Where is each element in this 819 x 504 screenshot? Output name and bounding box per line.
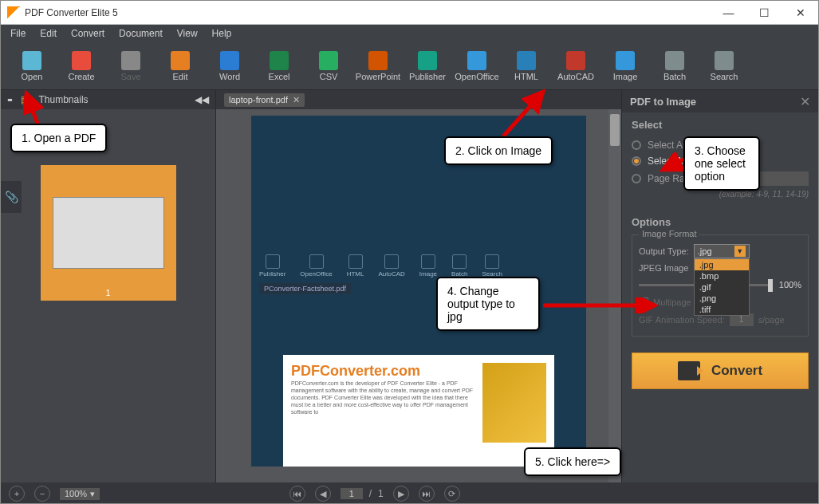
embedded-toolbar: PublisherOpenOfficeHTMLAutoCADImageBatch… (251, 251, 586, 280)
output-type-value: .jpg (698, 246, 712, 256)
toolbar-label: PowerPoint (356, 72, 400, 81)
grid-icon[interactable]: ▪▪ (7, 94, 11, 105)
options-title: Options (632, 216, 809, 228)
toolbar-label: OpenOffice (455, 72, 498, 81)
dropdown-option-bmp[interactable]: .bmp (695, 270, 749, 282)
thumbnail-page-1[interactable]: 1 (41, 165, 176, 301)
zoom-value: 100% (65, 489, 87, 498)
toolbar-save[interactable]: Save (106, 45, 156, 87)
dropdown-option-tiff[interactable]: .tiff (695, 304, 749, 315)
select-title: Select (632, 119, 809, 131)
radio-icon (632, 174, 641, 183)
toolbar-csv[interactable]: CSV (304, 45, 353, 87)
maximize-button[interactable]: ☐ (746, 1, 782, 25)
first-page-button[interactable]: ⏮ (289, 486, 305, 502)
openoffice-icon (467, 51, 486, 70)
menu-view[interactable]: View (171, 26, 204, 41)
toolbar-publisher[interactable]: Publisher (403, 45, 452, 87)
toolbar-image[interactable]: Image (600, 45, 650, 87)
publisher-icon (418, 51, 437, 70)
output-type-select[interactable]: .jpg ▼ .jpg.bmp.gif.png.tiff (694, 244, 750, 258)
vertical-scrollbar[interactable] (608, 109, 621, 482)
dropdown-option-png[interactable]: .png (695, 293, 749, 304)
thumbnail-number: 1 (106, 289, 111, 297)
toolbar-powerpoint[interactable]: PowerPoint (353, 45, 403, 87)
document-tabs: laptop-front.pdf ✕ (216, 90, 621, 109)
dropdown-option-gif[interactable]: .gif (695, 282, 749, 293)
create-icon (72, 51, 91, 70)
thumbnails-body: 📎 1 (1, 109, 215, 482)
callout-1: 1. Open a PDF (10, 124, 107, 152)
jpeg-quality-label: JPEG Image (639, 263, 688, 273)
toolbar-create[interactable]: Create (57, 45, 106, 87)
toolbar-html[interactable]: HTML (502, 45, 551, 87)
menu-help[interactable]: Help (206, 26, 238, 41)
toolbar-label: Publisher (409, 72, 446, 81)
menubar: File Edit Convert Document View Help (1, 25, 818, 42)
search-icon (715, 51, 734, 70)
image-icon (616, 51, 635, 70)
toolbar-label: Word (219, 72, 240, 81)
attachment-tab[interactable]: 📎 (1, 181, 22, 213)
output-type-dropdown: .jpg.bmp.gif.png.tiff (694, 258, 750, 316)
toolbar-label: HTML (514, 72, 538, 81)
app-icon (7, 6, 20, 19)
zoom-in-button[interactable]: + (9, 486, 25, 502)
inner-html: HTML (347, 254, 364, 278)
toolbar: OpenCreateSaveEditWordExcelCSVPowerPoint… (1, 42, 818, 90)
content-text: PDFConverter.com is the developer of PDF… (291, 380, 474, 415)
convert-button[interactable]: Convert (632, 352, 809, 389)
rotate-button[interactable]: ⟳ (444, 486, 460, 502)
edit-icon (171, 51, 190, 70)
toolbar-label: Image (613, 72, 638, 81)
toolbar-label: Create (68, 72, 94, 81)
toolbar-label: Edit (173, 72, 188, 81)
options-section: Options Image Format Output Type: .jpg ▼… (622, 210, 818, 343)
close-button[interactable]: ✕ (782, 1, 818, 25)
convert-label: Convert (711, 363, 762, 379)
last-page-button[interactable]: ⏭ (419, 486, 435, 502)
collapse-icon[interactable]: ◀◀ (195, 94, 209, 105)
inner-openoffice: OpenOffice (300, 254, 332, 278)
minimize-button[interactable]: — (711, 1, 746, 25)
checkbox-icon (639, 297, 648, 307)
sidebar-title: PDF to Image (630, 96, 696, 108)
toolbar-edit[interactable]: Edit (156, 45, 205, 87)
menu-document[interactable]: Document (112, 26, 169, 41)
quality-value: 100% (779, 280, 801, 289)
next-page-button[interactable]: ▶ (393, 486, 409, 502)
toolbar-autocad[interactable]: AutoCAD (551, 45, 600, 87)
output-type-row: Output Type: .jpg ▼ .jpg.bmp.gif.png.tif… (639, 242, 801, 261)
zoom-out-button[interactable]: − (34, 486, 50, 502)
menu-edit[interactable]: Edit (33, 26, 63, 41)
inner-publisher: Publisher (259, 254, 285, 278)
toolbar-search[interactable]: Search (699, 45, 749, 87)
prev-page-button[interactable]: ◀ (315, 486, 331, 502)
embedded-tab: PConverter-Factsheet.pdf (259, 283, 351, 294)
toolbar-excel[interactable]: Excel (254, 45, 304, 87)
chevron-down-icon: ▼ (734, 246, 746, 257)
thumbnails-header: ▪▪ ▤ Thumbnails ◀◀ (1, 90, 215, 109)
zoom-select[interactable]: 100% ▾ (60, 488, 100, 500)
document-area: laptop-front.pdf ✕ PublisherOpenOfficeHT… (216, 90, 621, 482)
tab-close-icon[interactable]: ✕ (293, 95, 300, 105)
menu-convert[interactable]: Convert (65, 26, 111, 41)
page-total: 1 (378, 488, 384, 499)
toolbar-openoffice[interactable]: OpenOffice (452, 45, 502, 87)
sidebar-close-icon[interactable]: ✕ (800, 94, 810, 109)
toolbar-word[interactable]: Word (205, 45, 254, 87)
inner-search: Search (482, 254, 502, 278)
callout-4: 4. Change output type to jpg (436, 277, 540, 331)
thumb-doc-icon[interactable]: ▤ (21, 94, 30, 105)
document-tab[interactable]: laptop-front.pdf ✕ (224, 93, 305, 107)
convert-icon (678, 361, 700, 380)
autocad-icon (566, 51, 585, 70)
app-title: PDF Converter Elite 5 (25, 7, 118, 18)
document-viewport[interactable]: PublisherOpenOfficeHTMLAutoCADImageBatch… (216, 109, 621, 482)
page-current[interactable]: 1 (341, 488, 363, 499)
dropdown-option-jpg[interactable]: .jpg (695, 259, 749, 270)
toolbar-label: Batch (663, 72, 686, 81)
menu-file[interactable]: File (4, 26, 32, 41)
toolbar-batch[interactable]: Batch (650, 45, 699, 87)
toolbar-open[interactable]: Open (7, 45, 57, 87)
